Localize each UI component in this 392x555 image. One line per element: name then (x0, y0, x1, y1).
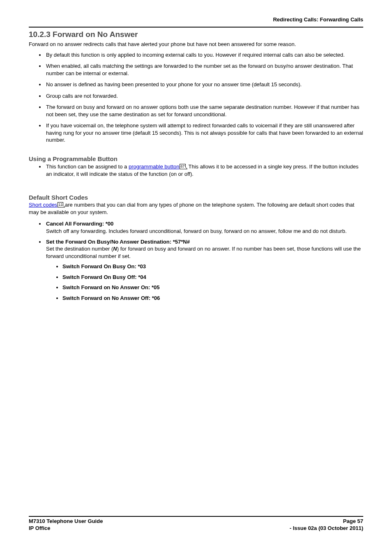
short-code-desc: Switch off any forwarding. Includes forw… (46, 228, 347, 234)
page-ref-icon: 67 (180, 164, 185, 169)
document-page: Redirecting Calls: Forwarding Calls 10.2… (0, 0, 392, 555)
list-item: Set the Forward On Busy/No Answer Destin… (45, 238, 363, 302)
list-item: Switch Forward On Busy Off: *04 (62, 274, 363, 281)
section-number: 10.2.3 (29, 30, 51, 39)
short-codes-paragraph: Short codes11 are numbers that you can d… (29, 201, 363, 216)
footer-page-number: Page 57 (343, 518, 363, 525)
section-title-text: Forward on No Answer (53, 30, 138, 39)
intro-paragraph: Forward on no answer redirects calls tha… (29, 41, 363, 48)
short-code-title: Cancel All Forwarding: *00 (46, 221, 113, 227)
main-bullet-list: By default this function is only applied… (29, 51, 363, 144)
list-item: If you have voicemail on, the telephone … (45, 122, 363, 144)
short-code-sublist: Switch Forward On Busy On: *03 Switch Fo… (46, 263, 363, 302)
list-item: By default this function is only applied… (45, 51, 363, 59)
list-item: The forward on busy and forward on no an… (45, 104, 363, 118)
short-codes-list: Cancel All Forwarding: *00 Switch off an… (29, 220, 363, 302)
footer-rule (29, 516, 363, 517)
list-item: This function can be assigned to a progr… (45, 163, 363, 177)
short-codes-link[interactable]: Short codes (29, 202, 57, 208)
text: Set the destination number ( (46, 246, 113, 252)
header-rule (29, 27, 363, 28)
subheading-programmable-button: Using a Programmable Button (29, 155, 363, 162)
subheading-default-short-codes: Default Short Codes (29, 194, 363, 201)
section-heading: 10.2.3 Forward on No Answer (29, 30, 363, 39)
text: This function can be assigned to a (46, 164, 129, 170)
list-item: Switch Forward On Busy On: *03 (62, 263, 363, 270)
footer-product: IP Office (29, 525, 51, 532)
variable-n: N (113, 246, 117, 252)
page-footer: M7310 Telephone User Guide Page 57 IP Of… (29, 516, 363, 532)
footer-issue-date: - Issue 02a (03 October 2011) (290, 525, 363, 532)
footer-guide-title: M7310 Telephone User Guide (29, 518, 103, 525)
short-code-title: Set the Forward On Busy/No Answer Destin… (46, 239, 190, 245)
programmable-button-link[interactable]: programmable button (129, 164, 180, 170)
list-item: Cancel All Forwarding: *00 Switch off an… (45, 220, 363, 235)
page-ref-icon: 11 (58, 202, 63, 207)
list-item: Switch Forward on No Answer On: *05 (62, 284, 363, 291)
list-item: Group calls are not forwarded. (45, 92, 363, 100)
programmable-button-list: This function can be assigned to a progr… (29, 163, 363, 177)
text: are numbers that you can dial from any t… (29, 202, 354, 215)
list-item: Switch Forward on No Answer Off: *06 (62, 295, 363, 302)
list-item: No answer is defined as having been pres… (45, 81, 363, 88)
list-item: When enabled, all calls matching the set… (45, 62, 363, 77)
breadcrumb: Redirecting Calls: Forwarding Calls (29, 16, 363, 23)
